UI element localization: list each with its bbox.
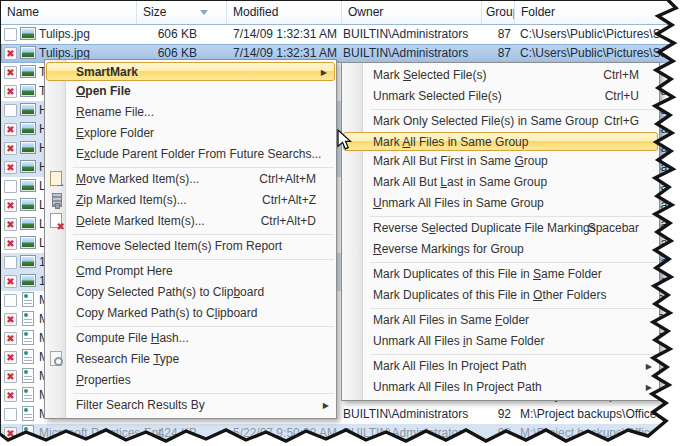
marked-checkbox[interactable]	[4, 161, 17, 174]
menu-item-shortcut: Ctrl+G	[604, 111, 639, 132]
menu-item-label: Mark All But First in Same Group	[373, 154, 548, 168]
marked-checkbox[interactable]	[4, 218, 17, 231]
image-file-icon	[20, 236, 36, 249]
menu-item-research-file-type[interactable]: Research File Type	[45, 349, 336, 370]
menu-item-delete-marked-item-s[interactable]: Delete Marked Item(s)...Ctrl+Alt+D	[45, 211, 336, 232]
image-file-icon	[20, 217, 36, 230]
menu-item-mark-all-files-in-same-group[interactable]: Mark All Files in Same Group	[343, 132, 658, 151]
menu-item-cmd-prompt-here[interactable]: Cmd Prompt Here	[45, 261, 336, 282]
menu-item-smartmark[interactable]: SmartMark▶	[46, 62, 335, 81]
column-header-folder[interactable]: Folder	[515, 1, 690, 24]
menu-item-zip-marked-item-s[interactable]: Zip Marked Item(s)...Ctrl+Alt+Z	[45, 190, 336, 211]
list-header: Name Size Modified Owner Group Folder	[1, 1, 690, 25]
menu-item-copy-selected-path-s-to-clipboard[interactable]: Copy Selected Path(s) to Clipboard	[45, 282, 336, 303]
menu-item-reverse-selected-duplicate-file-markings[interactable]: Reverse Selected Duplicate File Markings…	[342, 218, 659, 239]
unmarked-checkbox[interactable]	[4, 294, 17, 307]
marked-checkbox[interactable]	[4, 199, 17, 212]
table-row[interactable]: Microsoft.Practices.Ent...424 KB5/22/07 …	[1, 424, 690, 443]
menu-item-mark-duplicates-of-this-file-in-same-folder[interactable]: Mark Duplicates of this File in Same Fol…	[342, 264, 659, 285]
marked-checkbox[interactable]	[4, 351, 17, 364]
file-owner: BUILTIN\Administrators	[342, 25, 482, 44]
menu-item-properties[interactable]: Properties	[45, 370, 336, 391]
submenu-arrow-icon: ▶	[646, 356, 652, 377]
marked-checkbox[interactable]	[4, 370, 17, 383]
column-header-size[interactable]: Size	[137, 1, 227, 24]
marked-checkbox[interactable]	[4, 85, 17, 98]
menu-item-copy-marked-path-s-to-clipboard[interactable]: Copy Marked Path(s) to Clipboard	[45, 303, 336, 324]
menu-item-label: Delete Marked Item(s)...	[76, 214, 205, 228]
marked-checkbox[interactable]	[4, 275, 17, 288]
marked-checkbox[interactable]	[4, 142, 17, 155]
menu-item-shortcut: Ctrl+Alt+M	[259, 169, 316, 190]
delete-icon	[48, 213, 64, 229]
column-header-modified[interactable]: Modified	[227, 1, 342, 24]
menu-item-mark-only-selected-file-s-in-same-group[interactable]: Mark Only Selected File(s) in Same Group…	[342, 111, 659, 132]
marked-checkbox[interactable]	[4, 389, 17, 402]
menu-item-mark-all-but-last-in-same-group[interactable]: Mark All But Last in Same Group	[342, 172, 659, 193]
menu-item-mark-all-files-in-project-path[interactable]: Mark All Files In Project Path▶	[342, 356, 659, 377]
unmarked-checkbox[interactable]	[4, 256, 17, 269]
marked-checkbox[interactable]	[4, 427, 17, 440]
menu-item-filter-search-results-by[interactable]: Filter Search Results By▶	[45, 395, 336, 416]
menu-item-label: Properties	[76, 373, 131, 387]
column-header-name[interactable]: Name	[1, 1, 137, 24]
image-file-icon	[20, 46, 36, 59]
unmarked-checkbox[interactable]	[4, 180, 17, 193]
marked-checkbox[interactable]	[4, 332, 17, 345]
menu-item-open-file[interactable]: Open File	[45, 81, 336, 102]
image-file-icon	[20, 160, 36, 173]
table-row[interactable]: Tulips.jpg606 KB7/14/09 1:32:31 AMBUILTI…	[1, 25, 690, 44]
menu-item-label: Cmd Prompt Here	[76, 264, 173, 278]
marked-checkbox[interactable]	[4, 47, 17, 60]
menu-item-unmark-all-files-in-same-folder[interactable]: Unmark All Files in Same Folder	[342, 331, 659, 352]
image-file-icon	[20, 274, 36, 287]
menu-item-label: Filter Search Results By	[76, 398, 205, 412]
menu-item-mark-all-but-first-in-same-group[interactable]: Mark All But First in Same Group	[342, 151, 659, 172]
menu-item-label: Move Marked Item(s)...	[76, 172, 199, 186]
marked-checkbox[interactable]	[4, 237, 17, 250]
menu-item-mark-all-files-in-same-folder[interactable]: Mark All Files in Same Folder	[342, 310, 659, 331]
file-owner: BUILTIN\Administrators	[342, 405, 482, 424]
menu-item-exclude-parent-folder-from-future-searchs[interactable]: Exclude Parent Folder From Future Search…	[45, 144, 336, 165]
menu-item-label: Research File Type	[76, 352, 179, 366]
menu-item-label: Rename File...	[76, 105, 154, 119]
image-file-icon	[20, 27, 36, 40]
unmarked-checkbox[interactable]	[4, 104, 17, 117]
unmarked-checkbox[interactable]	[4, 408, 17, 421]
column-header-owner[interactable]: Owner	[342, 1, 482, 24]
menu-item-shortcut: Ctrl+U	[605, 86, 639, 107]
menu-item-unmark-selected-file-s[interactable]: Unmark Selected File(s)Ctrl+U	[342, 86, 659, 107]
file-folder: M:\Project backups\OfficeSt...	[515, 405, 690, 424]
file-folder: M:\Project backups\OfficeSt...	[515, 424, 690, 443]
menu-item-mark-duplicates-of-this-file-in-other-folders[interactable]: Mark Duplicates of this File in Other Fo…	[342, 285, 659, 306]
smartmark-submenu: Mark Selected File(s)Ctrl+MUnmark Select…	[341, 62, 660, 401]
sort-desc-icon	[200, 10, 208, 15]
menu-item-label: Mark Selected File(s)	[373, 68, 486, 82]
menu-item-remove-selected-item-s-from-report[interactable]: Remove Selected Item(s) From Report	[45, 236, 336, 257]
menu-item-unmark-all-files-in-same-group[interactable]: Unmark All Files in Same Group	[342, 193, 659, 214]
menu-item-label: Remove Selected Item(s) From Report	[76, 239, 282, 253]
menu-item-label: Compute File Hash...	[76, 331, 189, 345]
menu-item-rename-file[interactable]: Rename File...	[45, 102, 336, 123]
move-icon	[48, 171, 64, 187]
file-folder: C:\Users\Public\Pictures\Sa...	[515, 25, 690, 44]
menu-item-compute-file-hash[interactable]: Compute File Hash...	[45, 328, 336, 349]
duplicate-file-report-window: Name Size Modified Owner Group Folder Tu…	[0, 0, 690, 446]
column-header-group[interactable]: Group	[482, 1, 515, 24]
menu-item-move-marked-item-s[interactable]: Move Marked Item(s)...Ctrl+Alt+M	[45, 169, 336, 190]
submenu-arrow-icon: ▶	[323, 395, 329, 416]
marked-checkbox[interactable]	[4, 123, 17, 136]
menu-item-explore-folder[interactable]: Explore Folder	[45, 123, 336, 144]
menu-item-label: SmartMark	[76, 65, 138, 79]
image-file-icon	[20, 84, 36, 97]
submenu-arrow-icon: ▶	[646, 377, 652, 398]
menu-item-label: Explore Folder	[76, 126, 154, 140]
menu-item-reverse-markings-for-group[interactable]: Reverse Markings for Group	[342, 239, 659, 260]
unmarked-checkbox[interactable]	[4, 28, 17, 41]
marked-checkbox[interactable]	[4, 66, 17, 79]
menu-item-mark-selected-file-s[interactable]: Mark Selected File(s)Ctrl+M	[342, 65, 659, 86]
menu-item-unmark-all-files-in-project-path[interactable]: Unmark All Files In Project Path▶	[342, 377, 659, 398]
marked-checkbox[interactable]	[4, 313, 17, 326]
document-file-icon	[22, 425, 34, 440]
menu-item-label: Open File	[76, 84, 131, 98]
